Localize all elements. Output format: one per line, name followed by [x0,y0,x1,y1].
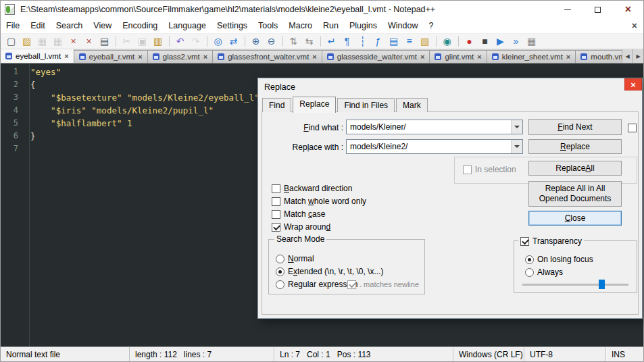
tab-close-icon[interactable] [138,53,142,61]
tab-close-icon[interactable] [312,53,316,61]
find-next-button[interactable]: Find Next [528,119,622,135]
menu-item[interactable]: Run [318,19,344,32]
transparency-radio[interactable]: On losing focus [525,255,637,264]
radio-circle[interactable] [525,255,534,264]
slider-track[interactable] [522,284,628,286]
run-macro-multiple-times-icon[interactable]: » [509,34,523,49]
stop-recording-icon[interactable]: ■ [478,34,492,49]
save-recorded-macro-icon[interactable]: ▦ [524,34,539,49]
replace-all-button[interactable]: Replace All [528,161,622,176]
menu-close-icon[interactable] [632,20,637,32]
checkbox-box[interactable] [272,184,280,193]
new-file-icon[interactable]: ▢ [4,34,18,49]
sync-horizontal-scroll-icon[interactable]: ⇆ [302,34,316,49]
checkbox-box[interactable] [628,124,637,132]
show-all-characters-icon[interactable]: ¶ [340,34,354,49]
close-button[interactable] [613,1,643,18]
zoom-out-icon[interactable]: ⊖ [264,34,278,49]
status-encoding[interactable]: UTF-8 [524,347,605,361]
monitoring-eye-icon[interactable]: ◉ [440,34,454,49]
radio-circle[interactable] [525,268,534,277]
menu-item[interactable]: ? [423,19,439,32]
search-mode-radio[interactable]: Normal [276,254,424,263]
checkbox-box[interactable] [272,210,280,219]
find-icon[interactable]: ◎ [211,34,225,49]
close-all-documents-icon[interactable]: × [82,34,96,49]
option-checkbox[interactable]: Match whole word only [272,197,366,206]
document-tab[interactable]: glassesfront_walter.vmt [212,50,322,63]
transparency-checkbox[interactable]: Transparency [518,236,584,246]
zoom-in-icon[interactable]: ⊕ [249,34,263,49]
tab-scroll-left-icon[interactable] [622,49,633,63]
checkbox-box[interactable] [272,223,280,232]
undo-icon[interactable]: ↶ [173,34,187,49]
radio-circle[interactable] [276,280,284,289]
document-list-icon[interactable]: ≡ [402,34,416,49]
title-bar[interactable]: E:\Steam\steamapps\common\SourceFilmmake… [1,1,643,18]
redo-icon[interactable]: ↷ [189,34,203,49]
document-tab[interactable]: kleiner_sheet.vmt [487,50,576,63]
dialog-tab[interactable]: Find in Files [337,98,395,112]
menu-item[interactable]: Settings [212,19,253,32]
menu-item[interactable]: Window [382,19,423,32]
replace-icon[interactable]: ⇄ [226,34,241,49]
tab-close-icon[interactable] [64,52,68,60]
tab-scroll-right-icon[interactable] [633,49,643,63]
tab-close-icon[interactable] [477,53,481,61]
menu-item[interactable]: Plugins [344,19,382,32]
print-icon[interactable]: ▤ [97,34,112,49]
dialog-tab[interactable]: Replace [293,97,336,113]
menu-item[interactable]: Macro [283,19,318,32]
cut-icon[interactable]: ✂ [120,34,134,49]
dialog-tab[interactable]: Mark [396,98,428,112]
code-text[interactable] [24,143,36,155]
replace-with-value[interactable]: models/Kleine2/ [347,142,511,151]
status-insert-mode[interactable]: INS [605,347,643,361]
combo-dropdown-icon[interactable] [511,140,522,153]
option-checkbox[interactable]: Match case [272,209,366,219]
checkbox-box[interactable] [520,237,529,246]
find-what-combobox[interactable]: models/Kleiner/ [346,120,523,134]
minimize-button[interactable] [552,1,583,18]
record-macro-icon[interactable]: ● [462,34,476,49]
find-what-value[interactable]: models/Kleiner/ [347,122,511,132]
menu-item[interactable]: Tools [253,19,283,32]
menu-item[interactable]: View [88,19,117,32]
document-tab[interactable]: glint.vmt [429,50,487,63]
replace-all-in-all-opened-documents-button[interactable]: Replace All in All Opened Documents [528,181,622,207]
document-tab[interactable]: eyeball_r.vmt [74,50,148,63]
dialog-close-button[interactable] [624,78,642,90]
paste-icon[interactable]: ▥ [151,34,165,49]
close-dialog-button[interactable]: Close [528,211,622,226]
menu-item[interactable]: Encoding [117,19,163,32]
code-text[interactable]: } [24,130,36,143]
tab-close-icon[interactable] [420,53,424,61]
tab-close-icon[interactable] [566,53,570,61]
menu-item[interactable]: Search [51,19,89,32]
save-all-icon[interactable]: ▦ [51,34,65,49]
replace-button[interactable]: Replace [528,139,622,154]
function-list-icon[interactable]: ƒ [371,34,385,49]
document-tab[interactable]: glassesside_walter.vmt [322,50,430,63]
slider-handle[interactable] [599,280,605,289]
document-tab[interactable]: eyeball_l.vmt [1,49,74,63]
save-icon[interactable]: ▦ [35,34,49,49]
menu-item[interactable]: File [1,19,25,32]
folder-as-workspace-icon[interactable]: ▧ [418,34,432,49]
two-buttons-mode-checkbox[interactable] [628,123,637,132]
code-text[interactable]: "$iris" "models/Kleine2/pupil_l" [24,104,214,117]
checkbox-box[interactable] [272,197,280,206]
open-folder-icon[interactable]: ▨ [20,34,34,49]
transparency-slider[interactable] [522,279,628,290]
transparency-radio[interactable]: Always [525,267,637,277]
search-mode-radio[interactable]: Extended (\n, \r, \t, \0, \x...) [276,267,424,276]
close-document-icon[interactable]: × [66,34,80,49]
maximize-button[interactable] [583,1,613,18]
sync-vertical-scroll-icon[interactable]: ⇅ [287,34,301,49]
indent-guide-icon[interactable]: ┆ [355,34,370,49]
code-text[interactable]: "eyes" [24,66,61,78]
document-tab[interactable]: glass2.vmt [147,50,213,63]
code-text[interactable]: "$basetexture" "models/Kleine2/eyeball_l… [24,91,259,104]
combo-dropdown-icon[interactable] [511,120,522,134]
word-wrap-icon[interactable]: ↵ [324,34,339,49]
